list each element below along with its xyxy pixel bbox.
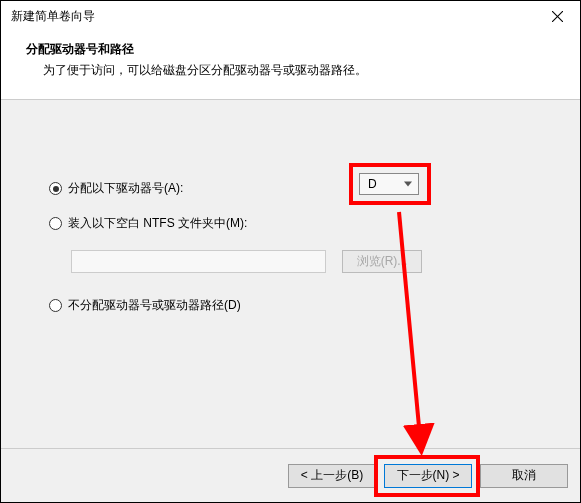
option-assign-row[interactable]: 分配以下驱动器号(A): bbox=[49, 180, 532, 197]
wizard-window: 新建简单卷向导 分配驱动器号和路径 为了便于访问，可以给磁盘分区分配驱动器号或驱… bbox=[0, 0, 581, 503]
chevron-down-icon bbox=[404, 181, 412, 187]
radio-mount[interactable] bbox=[49, 217, 62, 230]
option-none-row[interactable]: 不分配驱动器号或驱动器路径(D) bbox=[49, 297, 532, 314]
drive-letter-value: D bbox=[368, 177, 377, 191]
wizard-body: 分配以下驱动器号(A): D 装入以下空白 NTFS 文件夹中(M): 浏览(R… bbox=[1, 100, 580, 448]
radio-none[interactable] bbox=[49, 299, 62, 312]
radio-assign[interactable] bbox=[49, 182, 62, 195]
titlebar: 新建简单卷向导 bbox=[1, 1, 580, 31]
wizard-footer: < 上一步(B) 下一步(N) > 取消 bbox=[1, 448, 580, 502]
mount-path-input bbox=[71, 250, 326, 273]
option-mount-label: 装入以下空白 NTFS 文件夹中(M): bbox=[68, 215, 247, 232]
option-assign-label: 分配以下驱动器号(A): bbox=[68, 180, 183, 197]
cancel-button-label: 取消 bbox=[512, 467, 536, 484]
browse-button-label: 浏览(R)... bbox=[357, 253, 408, 270]
next-button[interactable]: 下一步(N) > bbox=[384, 464, 472, 488]
next-button-label: 下一步(N) > bbox=[397, 467, 460, 484]
close-icon bbox=[552, 11, 563, 22]
browse-button: 浏览(R)... bbox=[342, 250, 422, 273]
option-none-label: 不分配驱动器号或驱动器路径(D) bbox=[68, 297, 241, 314]
wizard-header: 分配驱动器号和路径 为了便于访问，可以给磁盘分区分配驱动器号或驱动器路径。 bbox=[1, 31, 580, 100]
drive-letter-select[interactable]: D bbox=[359, 173, 419, 195]
close-button[interactable] bbox=[535, 1, 580, 31]
window-title: 新建简单卷向导 bbox=[11, 8, 95, 25]
header-title: 分配驱动器号和路径 bbox=[26, 41, 555, 58]
back-button-label: < 上一步(B) bbox=[301, 467, 363, 484]
cancel-button[interactable]: 取消 bbox=[480, 464, 568, 488]
header-subtitle: 为了便于访问，可以给磁盘分区分配驱动器号或驱动器路径。 bbox=[26, 62, 555, 79]
back-button[interactable]: < 上一步(B) bbox=[288, 464, 376, 488]
option-mount-row[interactable]: 装入以下空白 NTFS 文件夹中(M): bbox=[49, 215, 532, 232]
mount-path-row: 浏览(R)... bbox=[49, 250, 532, 273]
